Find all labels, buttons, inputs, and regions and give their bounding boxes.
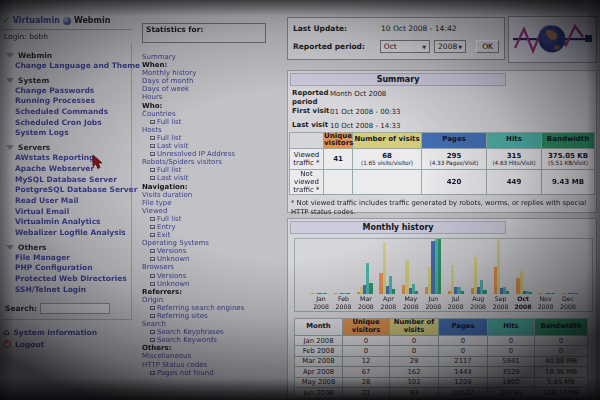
menu-sublink-search-keyphrases[interactable]: Search Keyphrases: [142, 328, 283, 336]
sidebar-item-mysql-database-server[interactable]: MySQL Database Server: [2, 175, 131, 186]
monthly-cell: 18.36 MB: [535, 367, 588, 377]
sidebar-footer: ⌂ System Information Logout: [3, 326, 138, 350]
sidebar-item-ssh-telnet-login[interactable]: SSH/Telnet Login: [2, 285, 131, 296]
sidebar-item-change-passwords[interactable]: Change Passwords: [2, 86, 131, 97]
menu-sublink-referring-sites[interactable]: Referring sites: [142, 312, 283, 320]
menu-link-file-type[interactable]: File type: [142, 199, 283, 207]
menu-link-operating-systems[interactable]: Operating Systems: [142, 239, 283, 247]
list-icon: [150, 120, 155, 124]
menu-link-hours[interactable]: Hours: [142, 93, 283, 101]
sidebar-item-awstats-reporting[interactable]: AWstats Reporting: [2, 153, 131, 164]
menu-sublink-search-keywords[interactable]: Search Keywords: [142, 336, 283, 344]
viewed-visits-value: 68: [353, 152, 421, 160]
sidebar-item-file-manager[interactable]: File Manager: [2, 253, 131, 264]
menu-link-http-status-codes[interactable]: HTTP Status codes: [142, 361, 283, 369]
menu-link-countries[interactable]: Countries: [142, 110, 283, 118]
sidebar-item-scheduled-commands[interactable]: Scheduled Commands: [2, 107, 131, 118]
menu-sublink-last-visit[interactable]: Last visit: [142, 142, 283, 150]
year-select[interactable]: 2008 ▼: [434, 40, 466, 53]
chart-group-mar-2008: [357, 239, 373, 294]
menu-link-robots-spiders-visitors[interactable]: Robots/Spiders visitors: [142, 158, 283, 166]
menu-link-browsers[interactable]: Browsers: [142, 263, 283, 271]
chart-label-year: 2008: [468, 303, 488, 310]
sidebar-item-system-information[interactable]: ⌂ System Information: [3, 326, 138, 338]
menu-link-miscellaneous[interactable]: Miscellaneous: [142, 352, 283, 360]
menu-sublink-full-list[interactable]: Full list: [142, 166, 283, 174]
menu-sublink-unresolved-ip-address[interactable]: Unresolved IP Address: [142, 150, 283, 158]
menu-sublink-pages-not-found[interactable]: Pages not found: [142, 369, 283, 377]
viewed-visits-cell: 68(1.65 visits/visitor): [353, 148, 422, 169]
menu-sublink-entry[interactable]: Entry: [142, 223, 283, 231]
menu-sublink-referring-search-engines[interactable]: Referring search engines: [142, 304, 283, 312]
chart-group-sep-2008: [494, 239, 510, 294]
monthly-row-mar-2008: Mar 200812292117594140.08 MB: [295, 356, 588, 366]
chart-label-month: Feb: [333, 295, 353, 302]
sidebar-item-read-user-mail[interactable]: Read User Mail: [2, 196, 131, 207]
menu-sublink-label: Full list: [157, 134, 181, 142]
sidebar-item-scheduled-cron-jobs[interactable]: Scheduled Cron Jobs: [2, 118, 131, 129]
menu-sublink-label: Unknown: [157, 255, 190, 263]
ok-button[interactable]: OK: [476, 40, 499, 53]
sidebar-item-virtualmin-analytics[interactable]: Virtualmin Analytics: [2, 217, 131, 228]
sidebar-item-php-configuration[interactable]: PHP Configuration: [2, 263, 131, 274]
chart-bars: [516, 239, 532, 294]
chart-bars: [425, 239, 441, 294]
chart-axis-labels: Jan2008Feb2008Mar2008Apr2008May2008Jun20…: [311, 295, 578, 310]
menu-link-search[interactable]: Search: [142, 320, 283, 328]
monthly-cell: 5941: [488, 356, 535, 366]
menu-sublink-label: Last visit: [157, 142, 188, 150]
menu-sublink-versions[interactable]: Versions: [142, 247, 283, 255]
monthly-cell: 3529: [488, 367, 535, 377]
menu-link-origin[interactable]: Origin: [142, 296, 283, 304]
chart-label-year: 2008: [378, 303, 398, 310]
menu-sublink-full-list[interactable]: Full list: [142, 118, 283, 126]
sidebar-item-postgresql-database-server[interactable]: PostgreSQL Database Server: [2, 185, 131, 196]
menu-sublink-full-list[interactable]: Full list: [142, 134, 283, 142]
sidebar-section-system[interactable]: System: [2, 75, 131, 86]
menu-sublink-unknown[interactable]: Unknown: [142, 255, 283, 263]
sidebar-item-protected-web-directories[interactable]: Protected Web Directories: [2, 274, 131, 285]
menu-sublink-unknown[interactable]: Unknown: [142, 280, 283, 288]
menu-link-days-of-week[interactable]: Days of week: [142, 85, 283, 93]
chart-label-month: Dec: [558, 295, 578, 302]
sidebar-section-servers[interactable]: Servers: [2, 142, 131, 153]
list-icon: [150, 144, 155, 148]
statistics-for-label: Statistics for:: [146, 25, 203, 34]
summary-header-bandwidth: Bandwidth: [542, 132, 595, 148]
summary-header-hits: Hits: [487, 132, 542, 148]
monthly-history-chart: Jan2008Feb2008Mar2008Apr2008May2008Jun20…: [294, 238, 593, 312]
menu-sublink-last-visit[interactable]: Last visit: [142, 174, 283, 182]
menu-link-visits-duration[interactable]: Visits duration: [142, 191, 283, 199]
menu-link-days-of-month[interactable]: Days of month: [142, 77, 283, 85]
menu-sublink-versions[interactable]: Versions: [142, 272, 283, 280]
menu-link-monthly-history[interactable]: Monthly history: [142, 69, 283, 77]
sidebar-item-webalizer-logfile-analysis[interactable]: Webalizer Logfile Analysis: [2, 228, 131, 239]
sidebar-item-apache-webserver[interactable]: Apache Webserver: [2, 164, 131, 175]
month-select[interactable]: Oct ▼: [380, 40, 430, 53]
menu-sublink-label: Search Keyphrases: [157, 328, 224, 336]
menu-link-viewed[interactable]: Viewed: [142, 207, 283, 215]
menu-link-hosts[interactable]: Hosts: [142, 126, 283, 134]
chart-label-month: Sep: [491, 295, 511, 302]
chart-bar-bandwidth: [324, 293, 327, 294]
virtualmin-link[interactable]: Virtualmin: [13, 16, 60, 25]
menu-link-summary[interactable]: Summary: [142, 53, 283, 61]
chart-label-year: 2008: [401, 303, 421, 310]
search-input[interactable]: [40, 303, 110, 314]
sidebar-item-system-logs[interactable]: System Logs: [2, 128, 131, 139]
sidebar-section-others[interactable]: Others: [2, 242, 131, 253]
sidebar-item-virtual-email[interactable]: Virtual Email: [2, 207, 131, 218]
sidebar-section-webmin[interactable]: Webmin: [2, 50, 131, 61]
chart-bars: [562, 239, 578, 294]
sidebar-divider: [2, 29, 132, 30]
awstats-webmin-screen: ✔ Virtualmin Webmin Login: bobh WebminCh…: [0, 0, 600, 400]
menu-sublink-full-list[interactable]: Full list: [142, 215, 283, 223]
monthly-history-panel: Monthly history Jan2008Feb2008Mar2008Apr…: [287, 218, 597, 400]
sidebar-item-running-processes[interactable]: Running Processes: [2, 96, 131, 107]
sidebar-item-change-language-and-theme[interactable]: Change Language and Theme: [2, 61, 131, 72]
chart-plot: [311, 241, 578, 294]
chart-bar-bandwidth: [347, 293, 350, 294]
sidebar-item-logout[interactable]: Logout: [3, 338, 138, 350]
menu-sublink-exit[interactable]: Exit: [142, 231, 283, 239]
chart-bar-bandwidth: [369, 283, 372, 294]
